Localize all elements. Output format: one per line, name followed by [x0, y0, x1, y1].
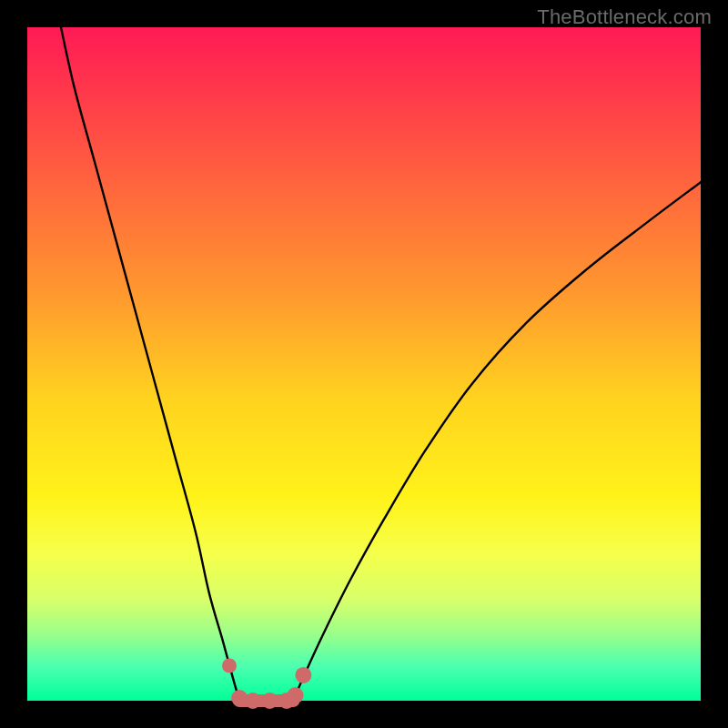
- marker-flat-b: [261, 693, 278, 709]
- curves-layer: [61, 27, 701, 701]
- marker-flat-a: [245, 693, 261, 709]
- marker-flat-end: [288, 687, 304, 703]
- chart-frame: TheBottleneck.com: [0, 0, 728, 728]
- marker-flat-start: [231, 690, 248, 706]
- marker-dot-right-upper: [295, 667, 311, 683]
- chart-svg: [27, 27, 701, 701]
- series-curve-right: [293, 182, 701, 701]
- series-curve-left: [61, 27, 239, 701]
- plot-area: [27, 27, 701, 701]
- marker-dot-left: [222, 659, 237, 673]
- watermark-text: TheBottleneck.com: [537, 5, 712, 29]
